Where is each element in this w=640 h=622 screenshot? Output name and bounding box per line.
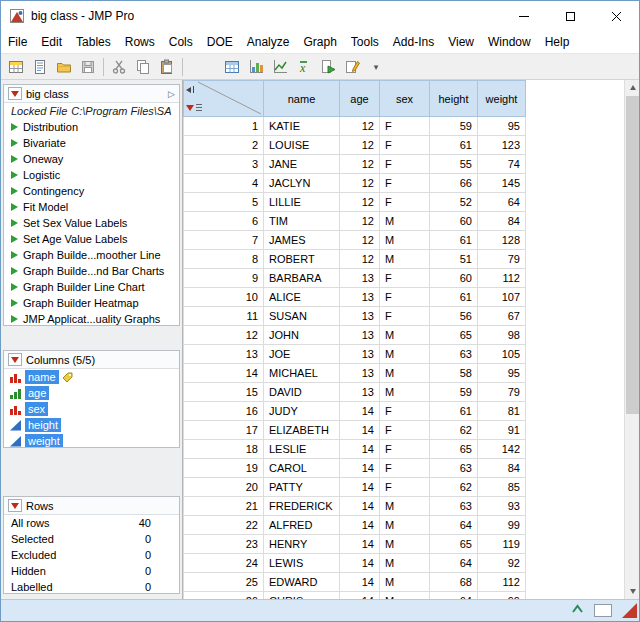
cell-age[interactable]: 12 — [340, 174, 380, 193]
cell-sex[interactable]: M — [380, 364, 430, 383]
row-number-cell[interactable]: 23 — [184, 535, 264, 554]
row-number-cell[interactable]: 3 — [184, 155, 264, 174]
cell-sex[interactable]: M — [380, 345, 430, 364]
cell-weight[interactable]: 112 — [478, 573, 526, 592]
row-number-cell[interactable]: 4 — [184, 174, 264, 193]
menu-window[interactable]: Window — [481, 31, 538, 53]
cell-height[interactable]: 68 — [430, 573, 478, 592]
paste-button[interactable] — [155, 56, 179, 78]
cell-name[interactable]: JANE — [264, 155, 340, 174]
cell-weight[interactable]: 92 — [478, 554, 526, 573]
cell-sex[interactable]: F — [380, 440, 430, 459]
cell-weight[interactable]: 67 — [478, 307, 526, 326]
cell-height[interactable]: 60 — [430, 269, 478, 288]
script-item[interactable]: Distribution — [4, 119, 179, 135]
cell-sex[interactable]: M — [380, 383, 430, 402]
cell-age[interactable]: 14 — [340, 421, 380, 440]
cell-height[interactable]: 56 — [430, 307, 478, 326]
menu-edit[interactable]: Edit — [34, 31, 69, 53]
cell-age[interactable]: 14 — [340, 497, 380, 516]
cell-age[interactable]: 12 — [340, 117, 380, 136]
row-number-cell[interactable]: 11 — [184, 307, 264, 326]
cell-name[interactable]: LILLIE — [264, 193, 340, 212]
cell-name[interactable]: CAROL — [264, 459, 340, 478]
column-item[interactable]: age — [4, 385, 179, 401]
cell-height[interactable]: 64 — [430, 554, 478, 573]
cell-weight[interactable]: 95 — [478, 364, 526, 383]
cell-height[interactable]: 61 — [430, 136, 478, 155]
cell-name[interactable]: ALFRED — [264, 516, 340, 535]
cell-sex[interactable]: M — [380, 497, 430, 516]
column-item[interactable]: weight — [4, 433, 179, 448]
panel-expand-icon[interactable]: ▷ — [168, 89, 175, 99]
cell-name[interactable]: BARBARA — [264, 269, 340, 288]
cell-weight[interactable]: 105 — [478, 345, 526, 364]
cut-button[interactable] — [107, 56, 131, 78]
cell-weight[interactable]: 99 — [478, 592, 526, 600]
script-item[interactable]: Graph Builde...moother Line — [4, 247, 179, 263]
cell-height[interactable]: 63 — [430, 497, 478, 516]
cell-weight[interactable]: 79 — [478, 383, 526, 402]
row-number-cell[interactable]: 5 — [184, 193, 264, 212]
status-window-button[interactable] — [594, 604, 612, 617]
scroll-up-button[interactable] — [625, 80, 639, 95]
column-header-weight[interactable]: weight — [478, 81, 526, 117]
cell-height[interactable]: 63 — [430, 345, 478, 364]
cell-age[interactable]: 14 — [340, 440, 380, 459]
cell-sex[interactable]: F — [380, 421, 430, 440]
cell-age[interactable]: 14 — [340, 459, 380, 478]
cell-weight[interactable]: 95 — [478, 117, 526, 136]
cell-sex[interactable]: F — [380, 174, 430, 193]
cell-age[interactable]: 12 — [340, 212, 380, 231]
cell-height[interactable]: 65 — [430, 326, 478, 345]
cell-weight[interactable]: 98 — [478, 326, 526, 345]
row-number-cell[interactable]: 6 — [184, 212, 264, 231]
row-number-cell[interactable]: 15 — [184, 383, 264, 402]
cell-height[interactable]: 64 — [430, 516, 478, 535]
row-number-cell[interactable]: 26 — [184, 592, 264, 600]
cell-age[interactable]: 14 — [340, 592, 380, 600]
cell-weight[interactable]: 79 — [478, 250, 526, 269]
cell-height[interactable]: 63 — [430, 459, 478, 478]
script-item[interactable]: Logistic — [4, 167, 179, 183]
cell-height[interactable]: 65 — [430, 440, 478, 459]
cell-name[interactable]: LESLIE — [264, 440, 340, 459]
row-number-cell[interactable]: 19 — [184, 459, 264, 478]
row-number-cell[interactable]: 12 — [184, 326, 264, 345]
column-item[interactable]: name — [4, 369, 179, 385]
cell-name[interactable]: KATIE — [264, 117, 340, 136]
cell-height[interactable]: 55 — [430, 155, 478, 174]
cell-sex[interactable]: F — [380, 136, 430, 155]
cell-sex[interactable]: F — [380, 459, 430, 478]
cell-sex[interactable]: F — [380, 117, 430, 136]
graph-builder-button[interactable] — [244, 56, 268, 78]
row-number-cell[interactable]: 13 — [184, 345, 264, 364]
cell-sex[interactable]: F — [380, 478, 430, 497]
script-item[interactable]: Graph Builder Line Chart — [4, 279, 179, 295]
row-number-cell[interactable]: 18 — [184, 440, 264, 459]
cell-sex[interactable]: F — [380, 193, 430, 212]
cell-name[interactable]: SUSAN — [264, 307, 340, 326]
scroll-thumb[interactable] — [626, 96, 639, 414]
cell-age[interactable]: 12 — [340, 155, 380, 174]
menu-doe[interactable]: DOE — [200, 31, 240, 53]
script-item[interactable]: Fit Model — [4, 199, 179, 215]
cell-name[interactable]: ROBERT — [264, 250, 340, 269]
cell-sex[interactable]: M — [380, 573, 430, 592]
cell-sex[interactable]: M — [380, 250, 430, 269]
toolbar-more-button[interactable]: ▾ — [364, 56, 388, 78]
rows-menu-button[interactable] — [186, 101, 202, 114]
cell-sex[interactable]: M — [380, 592, 430, 600]
cell-weight[interactable]: 145 — [478, 174, 526, 193]
cell-age[interactable]: 12 — [340, 193, 380, 212]
cell-age[interactable]: 14 — [340, 535, 380, 554]
cell-weight[interactable]: 99 — [478, 516, 526, 535]
cell-height[interactable]: 51 — [430, 250, 478, 269]
cell-height[interactable]: 59 — [430, 117, 478, 136]
cell-height[interactable]: 59 — [430, 383, 478, 402]
cell-age[interactable]: 13 — [340, 345, 380, 364]
cell-name[interactable]: PATTY — [264, 478, 340, 497]
status-up-arrow-button[interactable] — [571, 603, 584, 618]
cell-weight[interactable]: 112 — [478, 269, 526, 288]
menu-rows[interactable]: Rows — [118, 31, 162, 53]
